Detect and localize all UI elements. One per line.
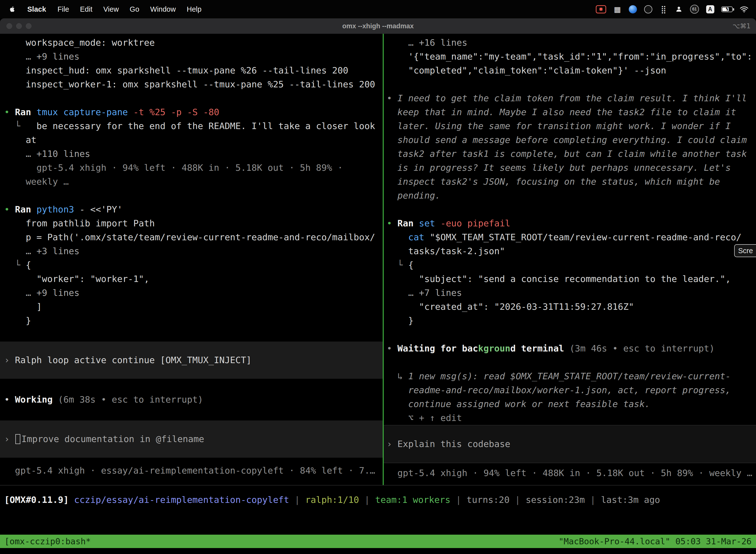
text-segment: "$OMX_TEAM_STATE_ROOT/team/review-curren… [430, 232, 741, 242]
command-ran-line: • Ran tmux capture-pane -t %25 -p -S -80 [0, 105, 383, 119]
text-segment: └ [387, 260, 408, 270]
text-segment: … +9 lines [4, 51, 79, 62]
terminal-line [0, 328, 383, 341]
terminal-line: … +7 lines [384, 286, 756, 300]
text-segment: kgroun [478, 343, 510, 353]
text-segment: | [450, 495, 466, 505]
tmux-host-clock: "MacBook-Pro-44.local" 05:03 31-Mar-26 [559, 536, 752, 546]
text-segment: "completed","claim_token":"claim-token"}… [387, 65, 666, 75]
person-icon[interactable] [675, 3, 683, 15]
omx-status-line: [OMX#0.11.9] cczip/essay/ai-reimplementa… [0, 493, 756, 507]
text-segment: readme-and-reco/mailbox/worker-1.json, a… [387, 385, 731, 395]
window-title: omx --xhigh --madmax [0, 18, 756, 34]
terminal-line: tasks/task-2.json" [384, 244, 756, 258]
terminal-line: … +3 lines [0, 244, 383, 258]
text-segment: • [4, 107, 15, 117]
text-segment: should send a message before completing … [387, 135, 747, 145]
text-segment: | [509, 495, 525, 505]
text-segment: - <<'PY' [79, 204, 122, 214]
terminal-line [384, 203, 756, 216]
menu-go[interactable]: Go [124, 5, 145, 13]
text-segment: } [387, 316, 414, 326]
app-icon-blue[interactable] [629, 3, 637, 15]
text-segment: -euo pipefail [441, 218, 510, 228]
apple-menu[interactable] [0, 5, 21, 14]
text-segment: I need to get the claim token from the c… [397, 93, 747, 103]
text-segment: Working [15, 394, 58, 404]
text-segment: from pathlib import Path [4, 218, 155, 228]
text-segment: python3 [37, 204, 79, 214]
waiting-status-line: • Waiting for background terminal (3m 46… [384, 341, 756, 355]
text-segment: "created_at": "2026-03-31T11:59:27.816Z" [387, 301, 634, 312]
dots-icon[interactable]: ⣿ [659, 3, 668, 15]
terminal-line: └ be necessary for the end of the README… [0, 119, 383, 133]
text-segment: ] [4, 301, 42, 312]
terminal-line: └ { [0, 258, 383, 272]
menu-view[interactable]: View [98, 5, 124, 13]
command-ran-line: • Ran set -euo pipefail [384, 216, 756, 230]
text-cursor [15, 434, 20, 444]
omx-status-bar: [OMX#0.11.9] cczip/essay/ai-reimplementa… [0, 486, 756, 535]
ralph-loop-notice[interactable]: › Ralph loop active continue [OMX_TMUX_I… [0, 341, 383, 379]
screenshot-tooltip-text: Scre [738, 247, 753, 255]
terminal-line [384, 77, 756, 91]
terminal-line: "worker": "worker-1", [0, 272, 383, 286]
text-segment: | [289, 495, 305, 505]
mailbox-notice-line: readme-and-reco/mailbox/worker-1.json, a… [384, 383, 756, 397]
model-status-line: gpt-5.4 xhigh · 94% left · 488K in · 5.1… [0, 161, 383, 175]
working-status-line: • Working (6m 38s • esc to interrupt) [0, 393, 383, 406]
tmux-session-window[interactable]: [omx-cczip0:bash* [4, 536, 91, 546]
text-segment: (3m 46s • esc to interrupt) [564, 343, 714, 353]
menu-file[interactable]: File [52, 5, 75, 13]
menu-help[interactable]: Help [181, 5, 207, 13]
mailbox-notice-line: continue assigned work or next feasible … [384, 397, 756, 411]
tmux-status-bar: [omx-cczip0:bash* "MacBook-Pro-44.local"… [0, 535, 756, 548]
badge-61-icon[interactable]: 61 [690, 3, 699, 15]
menu-edit[interactable]: Edit [75, 5, 98, 13]
menu-app-name[interactable]: Slack [21, 5, 52, 13]
wifi-icon[interactable] [740, 3, 749, 15]
menu-window[interactable]: Window [145, 5, 181, 13]
model-status-line: gpt-5.4 xhigh · essay/ai-reimplementatio… [0, 464, 383, 478]
left-terminal-pane[interactable]: workspace_mode: worktree … +9 lines insp… [0, 34, 383, 485]
text-segment: be necessary for the end of the README. … [37, 121, 375, 131]
app-icon-dark[interactable] [644, 3, 652, 15]
terminal-line: … +9 lines [0, 286, 383, 300]
text-segment: • [387, 93, 397, 103]
text-segment: • [387, 218, 397, 228]
text-segment: gpt-5.4 xhigh · 94% left · 488K in · 5.1… [387, 468, 752, 478]
text-segment: continue assigned work or next feasible … [387, 399, 650, 409]
terminal-line [0, 91, 383, 105]
input-source-icon[interactable]: A [706, 3, 714, 15]
screen-recording-icon[interactable] [596, 3, 606, 15]
text-segment: tmux capture-pane [37, 107, 133, 117]
terminal-line: p = Path('.omx/state/team/review-current… [0, 230, 383, 244]
text-segment: later. Using the same for transition mig… [387, 121, 731, 131]
text-segment: Waiting for bac [397, 343, 478, 353]
apple-icon [8, 5, 16, 14]
thinking-line: should send a message before completing … [384, 133, 756, 147]
prompt-input[interactable]: › Improve documentation in @filename [0, 421, 383, 458]
text-segment: … +3 lines [4, 246, 79, 256]
terminal-line: ] [0, 300, 383, 314]
grid-icon[interactable]: ▦ [613, 3, 622, 15]
text-segment: Improve documentation in @filename [21, 432, 204, 446]
text-segment: … +16 lines [387, 38, 467, 48]
text-segment: } [4, 316, 31, 326]
text-segment: inspect_hud: omx sparkshell --tmux-pane … [4, 65, 348, 75]
thinking-line: keep that in mind. Maybe I also need the… [384, 105, 756, 119]
battery-icon[interactable]: ϟ [721, 3, 733, 15]
text-segment: ⌥ + ↑ edit [387, 413, 462, 423]
terminal-line: … +9 lines [0, 50, 383, 63]
terminal-line: } [0, 314, 383, 328]
text-segment: session:23m [525, 495, 585, 505]
tmux-panes: workspace_mode: worktree … +9 lines insp… [0, 34, 756, 486]
right-terminal-pane[interactable]: … +16 lines '{"team_name":"my-team","tas… [384, 34, 756, 485]
edit-hint-line: ⌥ + ↑ edit [384, 411, 756, 425]
text-segment: team:1 workers [375, 495, 450, 505]
menubar-status-icons: ▦ ⣿ 61 A ϟ [596, 3, 756, 15]
terminal-line: "created_at": "2026-03-31T11:59:27.816Z" [384, 300, 756, 314]
text-segment: inspect_worker-1: omx sparkshell --tmux-… [4, 79, 375, 89]
terminal-line: … +110 lines [0, 147, 383, 161]
prompt-input[interactable]: › Explain this codebase [384, 425, 756, 463]
